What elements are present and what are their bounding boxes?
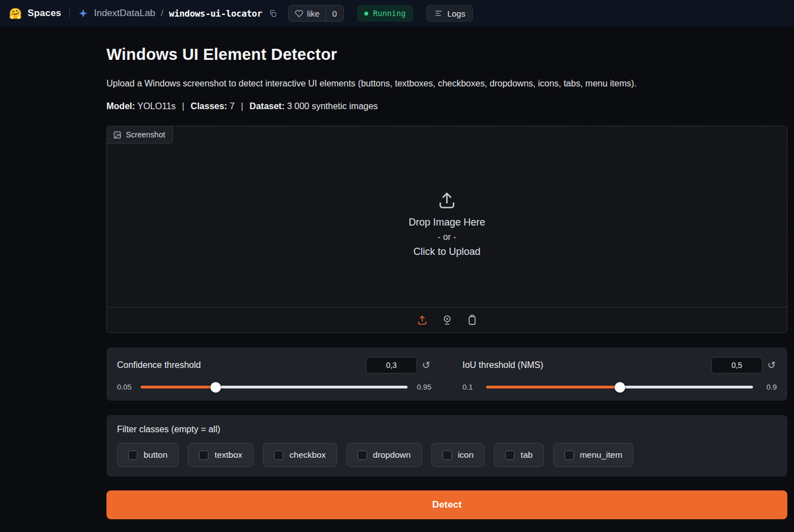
filter-option-icon[interactable]: icon: [431, 443, 485, 467]
filter-option-label: menu_item: [580, 450, 623, 460]
org-link[interactable]: IndextDataLab: [94, 8, 155, 19]
filter-option-label: icon: [458, 450, 474, 460]
iou-slider-track[interactable]: [486, 386, 753, 388]
filter-classes-panel: Filter classes (empty = all) button text…: [106, 415, 787, 477]
dataset-label: Dataset:: [250, 101, 284, 111]
header-divider: [69, 9, 70, 18]
iou-slider-label: IoU threshold (NMS): [462, 360, 543, 370]
upload-file-icon[interactable]: [414, 312, 430, 329]
checkbox-icon: [358, 451, 367, 460]
confidence-slider-block: Confidence threshold ↺ 0.05 0.95: [117, 357, 431, 391]
page-description: Upload a Windows screenshot to detect in…: [106, 79, 787, 89]
dataset-value: 3 000 synthetic images: [287, 101, 378, 111]
filter-option-tab[interactable]: tab: [494, 443, 544, 467]
filter-option-dropdown[interactable]: dropdown: [347, 443, 422, 467]
heart-icon: [295, 9, 303, 18]
slider-fill: [486, 386, 620, 388]
checkbox-icon: [505, 451, 515, 460]
huggingface-logo[interactable]: 🤗: [9, 8, 22, 19]
iou-slider-handle[interactable]: [614, 382, 625, 392]
model-value: YOLO11s: [138, 101, 176, 111]
checkbox-icon: [199, 451, 208, 460]
screenshot-upload-panel[interactable]: Screenshot Drop Image Here - or - Click …: [106, 126, 787, 333]
like-count[interactable]: 0: [325, 6, 343, 21]
like-label: like: [307, 9, 320, 18]
logs-icon: [434, 9, 443, 18]
filter-option-label: tab: [521, 450, 533, 460]
filter-option-label: textbox: [215, 450, 242, 460]
filter-options: button textbox checkbox dropdown icon ta…: [117, 443, 777, 467]
click-to-upload-text[interactable]: Click to Upload: [413, 246, 480, 258]
checkbox-icon: [128, 451, 138, 460]
org-avatar-icon[interactable]: [78, 8, 88, 18]
clipboard-paste-icon[interactable]: [464, 312, 480, 329]
confidence-slider-label: Confidence threshold: [117, 360, 201, 370]
upload-label-text: Screenshot: [126, 130, 165, 139]
upload-icon: [437, 190, 457, 210]
meta-separator: |: [241, 101, 243, 111]
iou-min-label: 0.1: [462, 383, 479, 391]
model-label: Model:: [106, 101, 135, 111]
reset-icon[interactable]: ↺: [766, 360, 777, 370]
status-dot-icon: [364, 12, 368, 16]
like-button[interactable]: like: [289, 6, 326, 21]
status-label: Running: [373, 9, 406, 18]
iou-max-label: 0.9: [760, 383, 777, 391]
page-title: Windows UI Element Detector: [106, 45, 787, 64]
thresholds-panel: Confidence threshold ↺ 0.05 0.95 IoU thr…: [106, 347, 787, 401]
drop-text: Drop Image Here: [409, 217, 485, 228]
iou-slider-block: IoU threshold (NMS) ↺ 0.1 0.9: [462, 357, 777, 391]
path-separator: /: [161, 8, 164, 19]
upload-label: Screenshot: [107, 126, 173, 144]
checkbox-icon: [274, 451, 283, 460]
meta-separator: |: [182, 101, 184, 111]
checkbox-icon: [442, 451, 452, 460]
webcam-icon[interactable]: [439, 312, 455, 329]
copy-icon[interactable]: [268, 8, 278, 19]
main-content: Windows UI Element Detector Upload a Win…: [106, 27, 787, 519]
upload-source-toolbar: [107, 307, 787, 332]
filter-classes-label: Filter classes (empty = all): [117, 424, 777, 434]
filter-option-textbox[interactable]: textbox: [188, 443, 253, 467]
filter-option-menu-item[interactable]: menu_item: [553, 443, 634, 467]
filter-option-label: dropdown: [373, 450, 411, 460]
confidence-max-label: 0.95: [415, 383, 431, 391]
slider-fill: [141, 386, 216, 388]
filter-option-checkbox[interactable]: checkbox: [263, 443, 337, 467]
top-bar: 🤗 Spaces IndextDataLab / windows-ui-loca…: [0, 0, 794, 27]
like-widget: like 0: [288, 5, 344, 22]
filter-option-label: button: [144, 450, 167, 460]
spaces-brand-link[interactable]: Spaces: [28, 8, 62, 19]
reset-icon[interactable]: ↺: [421, 360, 431, 370]
logs-button[interactable]: Logs: [426, 5, 474, 22]
model-info-line: Model: YOLO11s | Classes: 7 | Dataset: 3…: [106, 101, 787, 111]
or-text: - or -: [437, 232, 456, 242]
upload-dropzone[interactable]: Drop Image Here - or - Click to Upload: [107, 126, 787, 307]
running-status-badge[interactable]: Running: [357, 5, 413, 22]
detect-button[interactable]: Detect: [106, 490, 787, 519]
image-icon: [113, 131, 121, 139]
filter-option-label: checkbox: [289, 450, 325, 460]
classes-label: Classes:: [191, 101, 227, 111]
confidence-slider-handle[interactable]: [210, 382, 221, 392]
confidence-value-input[interactable]: [366, 357, 417, 374]
iou-value-input[interactable]: [711, 357, 762, 374]
logs-label: Logs: [447, 9, 466, 18]
classes-value: 7: [230, 101, 235, 111]
checkbox-icon: [564, 451, 574, 460]
confidence-min-label: 0.05: [117, 383, 134, 391]
confidence-slider-track[interactable]: [141, 386, 408, 388]
space-name-link[interactable]: windows-ui-locator: [169, 8, 262, 19]
filter-option-button[interactable]: button: [117, 443, 179, 467]
